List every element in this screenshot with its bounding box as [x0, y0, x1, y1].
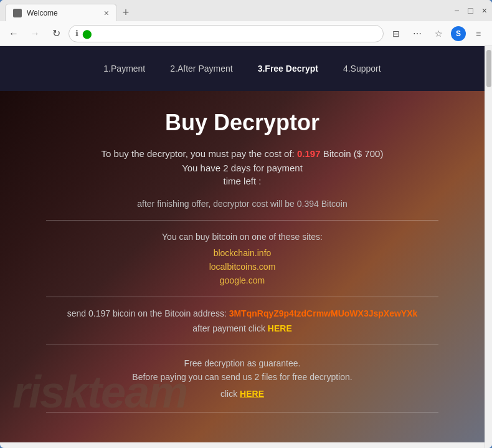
- site-nav: 1.Payment 2.After Payment 3.Free Decrypt…: [0, 46, 485, 91]
- toolbar-right: ⊟ ⋯ ☆ S ≡: [387, 25, 487, 42]
- scrollbar-thumb[interactable]: [486, 50, 491, 87]
- address-bar[interactable]: ℹ ⬤: [69, 25, 384, 42]
- after-payment-text: after payment click: [192, 323, 265, 333]
- page-content: 1.Payment 2.After Payment 3.Free Decrypt…: [0, 46, 485, 448]
- after-payment-line: after payment click HERE: [24, 323, 460, 333]
- google-link[interactable]: google.com: [24, 275, 460, 285]
- minimize-button[interactable]: −: [454, 6, 459, 16]
- tab-title: Welcome: [27, 9, 58, 17]
- price-line: To buy the decryptor, you must pay the c…: [24, 148, 460, 159]
- price-text: To buy the decryptor, you must pay the c…: [102, 148, 295, 159]
- click-text: click: [220, 389, 237, 399]
- tab-favicon: [13, 9, 22, 17]
- menu-button[interactable]: ≡: [470, 25, 487, 42]
- nav-free-decrypt[interactable]: 3.Free Decrypt: [258, 55, 318, 82]
- tab-area: Welcome × +: [5, 0, 135, 21]
- send-instructions: send 0.197 bicoin on the Bitcoin address…: [24, 308, 460, 318]
- back-button[interactable]: ←: [5, 25, 22, 42]
- bookmarks-button[interactable]: ⊟: [387, 25, 405, 42]
- scrollbar-area: 1.Payment 2.After Payment 3.Free Decrypt…: [0, 46, 492, 448]
- after-offer-text: after finishing offer, decryptor cost wi…: [24, 199, 460, 209]
- shield-icon: ⬤: [82, 29, 92, 39]
- sync-button[interactable]: S: [451, 26, 466, 41]
- refresh-button[interactable]: ↻: [47, 25, 65, 42]
- click-here-line: click HERE: [24, 387, 460, 401]
- star-button[interactable]: ☆: [430, 25, 447, 42]
- payment-section: send 0.197 bicoin on the Bitcoin address…: [24, 308, 460, 333]
- title-bar: Welcome × + − □ ×: [0, 0, 492, 21]
- page-title: Buy Decryptor: [24, 110, 460, 136]
- info-icon: ℹ: [75, 29, 78, 38]
- divider-4: [46, 412, 438, 412]
- nav-payment[interactable]: 1.Payment: [103, 55, 145, 82]
- bitcoin-buy-title: You can buy bitcoin on one of these site…: [24, 232, 460, 242]
- nav-after-payment[interactable]: 2.After Payment: [170, 55, 232, 82]
- bitcoin-address: 3MTqnRqyZ9p4tzdCrmwMUoWX3JspXewYXk: [229, 308, 418, 318]
- new-tab-button[interactable]: +: [117, 4, 135, 21]
- price-currency: Bitcoin ($ 700): [323, 148, 384, 159]
- free-decrypt-section: Free decryption as guarantee. Before pay…: [24, 356, 460, 401]
- hero-section: riskteam Buy Decryptor To buy the decryp…: [0, 91, 485, 442]
- divider-2: [46, 297, 438, 297]
- window-controls: − □ ×: [454, 6, 487, 16]
- tab-close-button[interactable]: ×: [104, 8, 109, 18]
- forward-button[interactable]: →: [26, 25, 44, 42]
- browser-tab[interactable]: Welcome ×: [5, 4, 117, 21]
- divider-3: [46, 345, 438, 345]
- more-button[interactable]: ⋯: [409, 25, 426, 42]
- close-button[interactable]: ×: [482, 6, 487, 16]
- browser-frame: Welcome × + − □ × ← → ↻ ℹ ⬤ ⊟ ⋯ ☆ S ≡: [0, 0, 492, 448]
- bitcoin-section: You can buy bitcoin on one of these site…: [24, 232, 460, 285]
- time-left-label: time left :: [24, 176, 460, 186]
- nav-bar: ← → ↻ ℹ ⬤ ⊟ ⋯ ☆ S ≡: [0, 21, 492, 46]
- send-text: send 0.197 bicoin on the Bitcoin address…: [67, 308, 227, 318]
- divider-1: [46, 220, 438, 221]
- free-decrypt-line1: Free decryption as guarantee.: [24, 356, 460, 370]
- nav-support[interactable]: 4.Support: [343, 55, 381, 82]
- free-decrypt-line2: Before paying you can send us 2 files fo…: [24, 370, 460, 384]
- days-text: You have 2 days for payment: [24, 163, 460, 173]
- scrollbar[interactable]: [485, 46, 492, 448]
- localbitcoins-link[interactable]: localbitcoins.com: [24, 262, 460, 272]
- maximize-button[interactable]: □: [468, 6, 473, 16]
- price-amount: 0.197: [297, 148, 321, 159]
- blockchain-link[interactable]: blockchain.info: [24, 248, 460, 258]
- here-link-payment[interactable]: HERE: [268, 323, 292, 333]
- here-link-free[interactable]: HERE: [240, 389, 264, 399]
- hero-content: Buy Decryptor To buy the decryptor, you …: [24, 110, 460, 412]
